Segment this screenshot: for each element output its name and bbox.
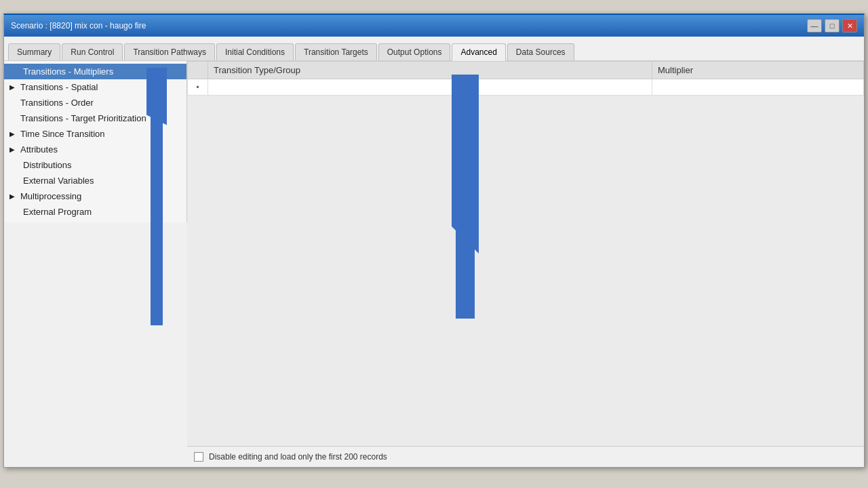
sidebar-item-time-since-transition[interactable]: ▶ Time Since Transition	[4, 126, 186, 142]
window-title: Scenario : [8820] mix con - haugo fire	[11, 21, 146, 30]
window-controls: — □ ✕	[807, 19, 857, 33]
sidebar-label-external-program: External Program	[23, 207, 92, 217]
tab-advanced[interactable]: Advanced	[452, 43, 505, 61]
tab-transition-targets[interactable]: Transition Targets	[295, 43, 377, 60]
sidebar-item-transitions-multipliers[interactable]: Transitions - Multipliers	[4, 64, 186, 79]
maximize-button[interactable]: □	[825, 19, 840, 33]
expand-arrow-time: ▶	[9, 130, 18, 138]
main-window: Scenario : [8820] mix con - haugo fire —…	[3, 14, 865, 468]
sidebar-label-time-since-transition: Time Since Transition	[20, 129, 105, 139]
tab-output-options[interactable]: Output Options	[378, 43, 451, 60]
sidebar-label-multiprocessing: Multiprocessing	[20, 191, 81, 201]
sidebar-label-transitions-spatial: Transitions - Spatial	[20, 82, 98, 92]
expand-arrow-multiprocessing: ▶	[9, 192, 18, 200]
disable-editing-label: Disable editing and load only the first …	[209, 452, 387, 462]
sidebar-item-attributes[interactable]: ▶ Attributes	[4, 142, 186, 157]
sidebar-item-transitions-spatial[interactable]: ▶ Transitions - Spatial	[4, 79, 186, 95]
expand-arrow-attributes: ▶	[9, 146, 18, 153]
table-row: •	[188, 79, 864, 96]
sidebar-label-transitions-target-prio: Transitions - Target Prioritization	[20, 113, 146, 123]
row-multiplier[interactable]	[652, 79, 864, 96]
tab-summary[interactable]: Summary	[8, 43, 60, 60]
tab-transition-pathways[interactable]: Transition Pathways	[124, 43, 215, 60]
sidebar-label-attributes: Attributes	[20, 144, 58, 155]
tab-bar: Summary Run Control Transition Pathways …	[4, 37, 864, 61]
tab-initial-conditions[interactable]: Initial Conditions	[216, 43, 294, 60]
sidebar-item-transitions-target-prio[interactable]: Transitions - Target Prioritization	[4, 110, 186, 126]
col-header-type: Transition Type/Group	[208, 62, 652, 79]
disable-editing-checkbox[interactable]	[194, 452, 203, 462]
minimize-button[interactable]: —	[807, 19, 822, 33]
data-table: Transition Type/Group Multiplier •	[187, 61, 864, 96]
sidebar: Transitions - Multipliers ▶ Transitions …	[4, 61, 187, 222]
sidebar-item-transitions-order[interactable]: Transitions - Order	[4, 95, 186, 110]
content-area: Transitions - Multipliers ▶ Transitions …	[4, 61, 864, 467]
sidebar-item-external-program[interactable]: External Program	[4, 204, 186, 220]
main-panel: Transition Type/Group Multiplier •	[187, 61, 864, 467]
sidebar-item-multiprocessing[interactable]: ▶ Multiprocessing	[4, 188, 186, 204]
row-dot: •	[188, 79, 208, 96]
expand-arrow-spatial: ▶	[9, 83, 18, 91]
close-button[interactable]: ✕	[842, 19, 857, 33]
sidebar-label-transitions-multipliers: Transitions - Multipliers	[23, 66, 113, 77]
title-bar: Scenario : [8820] mix con - haugo fire —…	[4, 15, 864, 37]
table-container: Transition Type/Group Multiplier •	[187, 61, 864, 446]
tab-data-sources[interactable]: Data Sources	[507, 43, 574, 60]
sidebar-item-distributions[interactable]: Distributions	[4, 157, 186, 173]
row-type[interactable]	[208, 79, 652, 96]
tab-run-control[interactable]: Run Control	[62, 43, 123, 60]
sidebar-wrapper: Transitions - Multipliers ▶ Transitions …	[4, 61, 187, 467]
sidebar-label-external-variables: External Variables	[23, 176, 94, 186]
bottom-bar: Disable editing and load only the first …	[187, 446, 864, 467]
sidebar-label-transitions-order: Transitions - Order	[20, 98, 94, 108]
col-header-dot	[188, 62, 208, 79]
sidebar-label-distributions: Distributions	[23, 160, 72, 170]
col-header-multiplier: Multiplier	[652, 62, 864, 79]
sidebar-item-external-variables[interactable]: External Variables	[4, 173, 186, 188]
